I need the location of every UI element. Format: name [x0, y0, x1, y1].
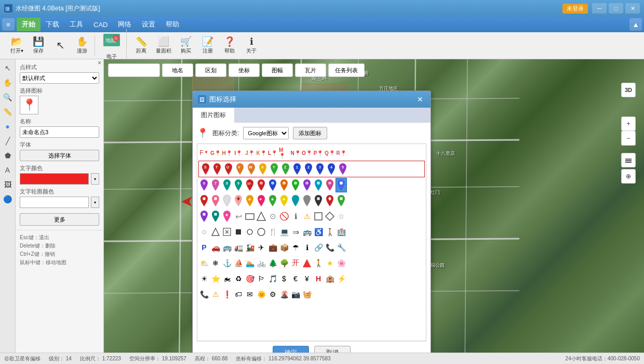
- close-button[interactable]: ✕: [625, 3, 640, 14]
- filter-select[interactable]: Google图标: [243, 127, 289, 139]
- icon-gear[interactable]: ⚙: [267, 287, 278, 302]
- icon-pin-pink-star[interactable]: ★: [221, 209, 233, 224]
- sidebar-measure[interactable]: 📏: [1, 105, 15, 119]
- open-button[interactable]: 📂 打开▾: [6, 35, 27, 56]
- icon-person[interactable]: 🚶: [324, 225, 336, 239]
- icon-car[interactable]: 🚗: [210, 240, 221, 255]
- icon-exclaim[interactable]: ❗: [221, 287, 233, 302]
- icon-bike[interactable]: 🚲: [256, 256, 267, 270]
- icon-cross-sq[interactable]: [221, 225, 233, 239]
- font-select-button[interactable]: 选择字体: [20, 150, 99, 161]
- icon-bus[interactable]: 🚌: [301, 225, 313, 239]
- icon-warning2[interactable]: ⚠: [210, 287, 221, 302]
- minimize-button[interactable]: ─: [592, 3, 607, 14]
- tab-image-icon[interactable]: 图片图标: [193, 108, 234, 123]
- icon-4-blue[interactable]: 4: [326, 162, 337, 176]
- electronic-map-button[interactable]: 地图 G 电子: [99, 29, 124, 62]
- icon-pin-blue-dot[interactable]: [267, 178, 278, 192]
- icon-2-blue[interactable]: 2: [303, 162, 314, 176]
- icon-money-euro[interactable]: €: [290, 271, 301, 286]
- icon-star-outline[interactable]: ☆: [336, 209, 347, 224]
- icon-info2[interactable]: ℹ: [301, 240, 313, 255]
- map-area[interactable]: 南三环 景泰桥 方庄地区 永定门外 东钱庄街道 方庄路 南三环中路 北京网球 大…: [104, 59, 644, 353]
- more-button[interactable]: 更多: [20, 213, 99, 226]
- icon-9[interactable]: 9: [233, 178, 244, 192]
- icon-music[interactable]: 🎵: [267, 271, 278, 286]
- icon-M[interactable]: M📍: [278, 146, 290, 160]
- maximize-button[interactable]: □: [609, 3, 623, 14]
- register-button[interactable]: 📝 注册: [197, 35, 218, 56]
- icon-pin-red-diamond[interactable]: [324, 193, 336, 208]
- icon-star2[interactable]: ⭐: [210, 271, 221, 286]
- icon-pin-pink-sq[interactable]: [210, 193, 221, 208]
- sidebar-zoom[interactable]: 🔍: [1, 90, 15, 104]
- icon-circle-big[interactable]: ○: [198, 225, 210, 239]
- dialog-cancel-btn[interactable]: 取消: [314, 346, 351, 353]
- icon-K[interactable]: K📍: [256, 146, 267, 160]
- icon-pin-yellow-star[interactable]: ★: [278, 193, 290, 208]
- icon-Y-green[interactable]: Y: [269, 162, 280, 176]
- icon-link[interactable]: 🔗: [313, 240, 324, 255]
- map-3d-btn[interactable]: 3D: [621, 83, 636, 97]
- icon-J[interactable]: J📍: [244, 146, 256, 160]
- icon-wrench[interactable]: 🔧: [336, 240, 347, 255]
- map-grid-btn[interactable]: 图幅: [262, 63, 293, 77]
- distance-button[interactable]: 📏 距离: [131, 35, 152, 56]
- icon-hospital2[interactable]: H: [313, 271, 324, 286]
- login-button[interactable]: 未登录: [562, 4, 588, 14]
- area-button[interactable]: ⬜ 量面积: [153, 35, 175, 56]
- icon-pin-dark-sq[interactable]: [313, 193, 324, 208]
- map-coord-btn[interactable]: 坐标: [229, 63, 260, 77]
- panel-close-button[interactable]: ×: [98, 59, 101, 67]
- icon-pin-gray[interactable]: [301, 193, 313, 208]
- icon-T-red[interactable]: T: [211, 162, 223, 176]
- icon-10[interactable]: 10: [244, 178, 256, 192]
- menu-item-start[interactable]: 开始: [17, 18, 41, 31]
- icon-recycle[interactable]: ♻: [233, 271, 244, 286]
- icon-3-blue[interactable]: 3: [314, 162, 326, 176]
- icon-train[interactable]: 🚂: [244, 240, 256, 255]
- icon-umbrella[interactable]: ☂: [290, 240, 301, 255]
- icon-dot[interactable]: [244, 225, 256, 239]
- icon-5-purple[interactable]: 5: [337, 162, 348, 176]
- icon-bus2[interactable]: 🚌: [221, 240, 233, 255]
- icon-Q[interactable]: Q📍: [324, 146, 336, 160]
- icon-pin-red-dot[interactable]: [256, 178, 267, 192]
- pan-button[interactable]: ✋ 漫游: [72, 35, 92, 56]
- icon-H[interactable]: H📍: [221, 146, 233, 160]
- icon-sun2[interactable]: 🌞: [256, 287, 267, 302]
- icon-pin-cyan-dot[interactable]: [313, 178, 324, 192]
- icon-X-yellow[interactable]: X: [257, 162, 269, 176]
- icon-plane[interactable]: ✈: [256, 240, 267, 255]
- buy-button[interactable]: 🛒 购买: [176, 35, 196, 56]
- icon-O[interactable]: O📍: [301, 146, 313, 160]
- text-color-dropdown[interactable]: ▾: [91, 173, 99, 185]
- icon-snowflake[interactable]: ❄: [210, 256, 221, 270]
- point-style-select[interactable]: 默认样式: [20, 72, 99, 84]
- icon-pin-green-sq[interactable]: [336, 193, 347, 208]
- icon-star-yellow[interactable]: ★: [324, 256, 336, 270]
- icon-warning-tri[interactable]: ⚠: [301, 209, 313, 224]
- icon-grid-container[interactable]: F📍 G📍 H📍 I📍 J📍 K📍 L📍 M📍 N📍 O📍 P📍 Q�: [197, 144, 426, 341]
- icon-triangle-outline[interactable]: [210, 225, 221, 239]
- icon-envelope[interactable]: ✉: [244, 287, 256, 302]
- icon-S-red[interactable]: S: [200, 162, 211, 176]
- outline-color-preview[interactable]: [20, 197, 89, 208]
- icon-flag[interactable]: 🏳: [256, 271, 267, 286]
- icon-tree-green[interactable]: 🌲: [267, 256, 278, 270]
- sidebar-text[interactable]: A: [1, 163, 15, 177]
- task-list-btn[interactable]: 任务列表: [328, 63, 365, 77]
- about-button[interactable]: ℹ 关于: [241, 35, 262, 56]
- dialog-close-btn[interactable]: ✕: [415, 94, 425, 105]
- icon-swim[interactable]: 🏊: [244, 256, 256, 270]
- icon-basket[interactable]: 🧺: [301, 287, 313, 302]
- help-toolbar-button[interactable]: ❓ 帮助: [219, 35, 240, 56]
- icon-Z-green[interactable]: Z: [280, 162, 291, 176]
- icon-hospital[interactable]: 🏥: [336, 225, 347, 239]
- sidebar-track[interactable]: 🔵: [1, 192, 15, 206]
- icon-8[interactable]: 8: [221, 178, 233, 192]
- sidebar-line[interactable]: ╱: [1, 134, 15, 148]
- menu-item-download[interactable]: 下载: [41, 18, 64, 31]
- icon-preview[interactable]: 📍: [20, 96, 38, 114]
- menu-item-help[interactable]: 帮助: [160, 18, 184, 31]
